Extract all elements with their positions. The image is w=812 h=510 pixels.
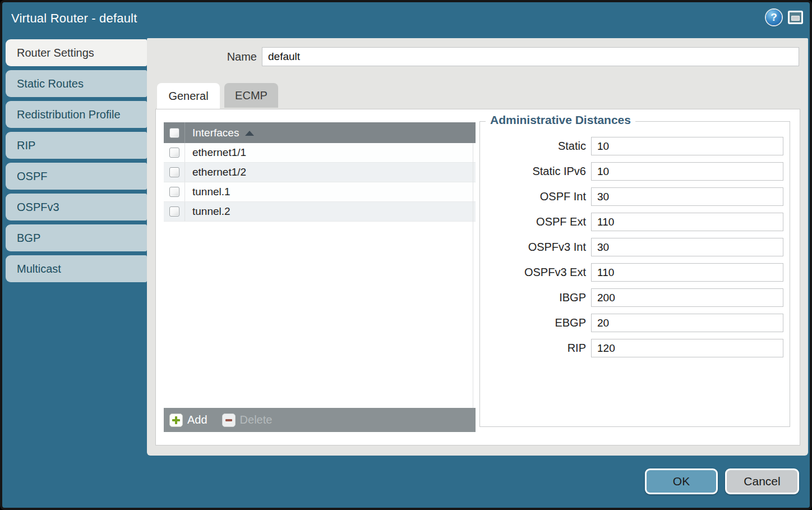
- admin-distance-input-ospf-int[interactable]: [591, 187, 783, 206]
- sidebar-item-redistribution-profile[interactable]: Redistribution Profile: [6, 101, 147, 128]
- add-icon: [169, 413, 183, 427]
- tab-ecmp[interactable]: ECMP: [224, 83, 278, 108]
- sidebar-item-ospf[interactable]: OSPF: [6, 163, 147, 190]
- delete-icon: [222, 413, 236, 427]
- admin-distance-input-ibgp[interactable]: [591, 288, 783, 307]
- content-panel: Name General ECMP Interfaces ethernet1/1: [147, 38, 808, 456]
- administrative-distances-fields: Static Static IPv6 OSPF Int OSPF Ext OSP…: [480, 122, 790, 357]
- sidebar-item-multicast[interactable]: Multicast: [6, 255, 147, 282]
- admin-distance-input-ospf-ext[interactable]: [591, 213, 783, 231]
- maximize-icon[interactable]: [788, 11, 803, 24]
- row-checkbox[interactable]: [169, 206, 179, 217]
- tab-strip: General ECMP: [157, 83, 278, 109]
- name-label: Name: [227, 50, 257, 63]
- administrative-distances-legend: Administrative Distances: [486, 113, 635, 127]
- admin-distance-input-static[interactable]: [591, 137, 783, 155]
- admin-distance-row: OSPF Int: [480, 187, 790, 206]
- admin-distance-label-static-ipv6: Static IPv6: [532, 165, 586, 178]
- tab-general[interactable]: General: [157, 83, 220, 109]
- admin-distance-input-static-ipv6[interactable]: [591, 162, 783, 181]
- header-checkbox-cell: [164, 122, 185, 143]
- admin-distance-row: EBGP: [480, 314, 790, 332]
- add-button[interactable]: Add: [169, 413, 207, 427]
- admin-distance-row: OSPFv3 Ext: [480, 263, 790, 282]
- row-checkbox[interactable]: [169, 187, 179, 197]
- admin-distance-label-ospfv3-int: OSPFv3 Int: [528, 241, 586, 254]
- admin-distance-row: OSPF Ext: [480, 213, 790, 231]
- admin-distance-row: Static IPv6: [480, 162, 790, 181]
- sidebar-item-static-routes[interactable]: Static Routes: [6, 70, 147, 97]
- sidebar-item-router-settings[interactable]: Router Settings: [6, 39, 147, 66]
- admin-distance-label-ospf-int: OSPF Int: [540, 190, 586, 203]
- admin-distance-input-ospfv3-ext[interactable]: [591, 263, 783, 282]
- table-row[interactable]: ethernet1/2: [164, 163, 476, 182]
- admin-distance-label-ibgp: IBGP: [559, 291, 586, 304]
- row-checkbox-cell: [164, 182, 185, 201]
- sidebar: Router Settings Static Routes Redistribu…: [6, 39, 147, 286]
- admin-distance-label-static: Static: [558, 140, 586, 153]
- admin-distance-row: OSPFv3 Int: [480, 238, 790, 256]
- general-tab-panel: Interfaces ethernet1/1 ethernet1/2 tunne…: [155, 109, 800, 445]
- admin-distance-label-ebgp: EBGP: [555, 316, 586, 329]
- table-row[interactable]: ethernet1/1: [164, 143, 476, 163]
- interface-name: tunnel.1: [192, 186, 230, 198]
- select-all-checkbox[interactable]: [169, 128, 179, 138]
- admin-distance-row: IBGP: [480, 288, 790, 307]
- add-button-label: Add: [187, 413, 207, 426]
- help-icon[interactable]: ?: [766, 10, 782, 25]
- interfaces-table-footer: Add Delete: [164, 408, 476, 432]
- name-input[interactable]: [262, 47, 799, 66]
- admin-distance-input-ospfv3-int[interactable]: [591, 238, 783, 256]
- admin-distance-input-rip[interactable]: [591, 339, 783, 357]
- row-checkbox[interactable]: [169, 148, 179, 158]
- sidebar-item-bgp[interactable]: BGP: [6, 224, 147, 251]
- row-checkbox-cell: [164, 163, 185, 182]
- admin-distance-input-ebgp[interactable]: [591, 314, 783, 332]
- admin-distance-row: Static: [480, 137, 790, 155]
- interface-name: ethernet1/2: [192, 166, 246, 178]
- row-checkbox-cell: [164, 202, 185, 221]
- interfaces-table-body: ethernet1/1 ethernet1/2 tunnel.1 tunnel.…: [164, 143, 476, 408]
- sort-ascending-icon[interactable]: [245, 131, 254, 136]
- delete-button[interactable]: Delete: [222, 413, 273, 427]
- delete-button-label: Delete: [240, 413, 273, 426]
- cancel-button[interactable]: Cancel: [725, 468, 799, 494]
- table-row[interactable]: tunnel.1: [164, 182, 476, 202]
- sidebar-item-rip[interactable]: RIP: [6, 132, 147, 159]
- table-row[interactable]: tunnel.2: [164, 202, 476, 222]
- sidebar-item-ospfv3[interactable]: OSPFv3: [6, 194, 147, 220]
- dialog-title: Virtual Router - default: [11, 11, 137, 26]
- virtual-router-dialog: Virtual Router - default ? Router Settin…: [0, 0, 812, 510]
- interfaces-column-header[interactable]: Interfaces: [192, 127, 239, 139]
- name-row: Name: [147, 47, 799, 66]
- row-checkbox-cell: [164, 143, 185, 162]
- admin-distance-label-ospf-ext: OSPF Ext: [536, 215, 586, 228]
- administrative-distances-fieldset: Administrative Distances Static Static I…: [479, 121, 790, 427]
- ok-button[interactable]: OK: [645, 468, 718, 494]
- interfaces-table-header: Interfaces: [164, 122, 476, 143]
- window-controls: ?: [766, 10, 803, 25]
- admin-distance-label-ospfv3-ext: OSPFv3 Ext: [524, 266, 586, 279]
- admin-distance-row: RIP: [480, 339, 790, 357]
- interfaces-table: Interfaces ethernet1/1 ethernet1/2 tunne…: [164, 122, 476, 432]
- interface-name: ethernet1/1: [192, 146, 246, 159]
- interface-name: tunnel.2: [192, 205, 230, 218]
- row-checkbox[interactable]: [169, 167, 179, 177]
- admin-distance-label-rip: RIP: [568, 342, 586, 355]
